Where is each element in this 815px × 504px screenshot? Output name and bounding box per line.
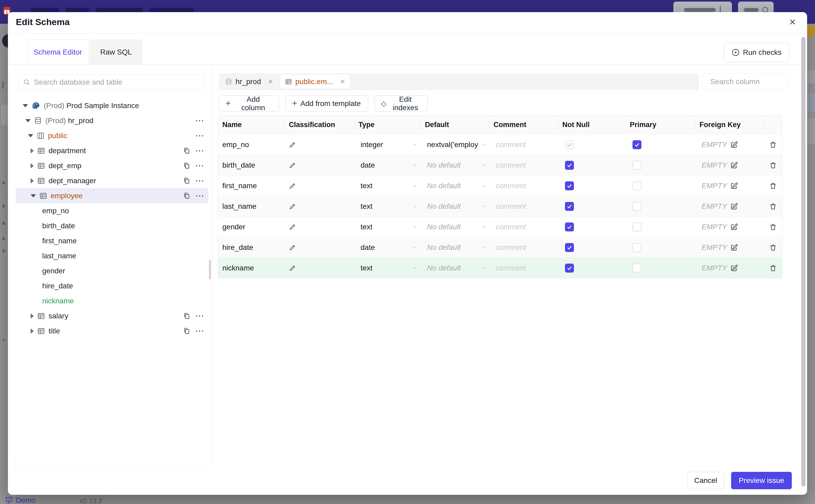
chevron-down-icon[interactable] [23,104,28,107]
not-null-checkbox[interactable] [565,181,574,190]
primary-checkbox[interactable] [633,222,642,231]
copy-icon[interactable] [183,147,190,154]
more-actions-icon[interactable]: ⋯ [195,329,205,333]
type-select[interactable]: text [354,258,421,278]
chevron-right-icon[interactable] [31,163,34,168]
tree-item-table-title[interactable]: title ⋯ [16,323,208,338]
column-search-input[interactable] [710,77,806,86]
comment-input[interactable] [496,182,556,190]
pencil-icon[interactable] [289,203,296,210]
column-name[interactable]: hire_date [218,237,284,258]
database-search[interactable] [18,74,204,90]
not-null-checkbox[interactable] [565,222,574,231]
default-select[interactable]: No default [421,155,489,175]
chevron-right-icon[interactable] [31,328,34,334]
sidebar-scrollbar[interactable] [209,260,211,279]
default-select[interactable]: No default [421,196,489,216]
preview-issue-button[interactable]: Preview issue [731,472,792,489]
more-actions-icon[interactable]: ⋯ [195,314,205,318]
not-null-checkbox[interactable] [565,264,574,273]
chevron-right-icon[interactable] [31,178,34,183]
tree-item-table-dept-manager[interactable]: dept_manager ⋯ [16,173,208,188]
tree-item-column-nickname[interactable]: nickname [16,293,208,308]
trash-icon[interactable] [769,264,777,272]
edit-foreign-key-icon[interactable] [730,161,738,169]
type-select[interactable]: text [354,196,421,216]
modal-scrollbar[interactable] [801,37,806,487]
pencil-icon[interactable] [289,182,296,190]
chevron-right-icon[interactable] [31,148,34,153]
comment-input[interactable] [496,161,556,169]
editor-tab-public-employee[interactable]: public.em... ✕ [280,75,350,89]
add-from-template-button[interactable]: + Add from template [285,95,368,112]
tab-raw-sql[interactable]: Raw SQL [89,40,143,65]
trash-icon[interactable] [769,223,777,231]
edit-foreign-key-icon[interactable] [730,202,738,210]
close-icon[interactable]: ✕ [789,18,796,26]
more-actions-icon[interactable]: ⋯ [195,149,205,153]
tree-item-table-salary[interactable]: salary ⋯ [16,308,208,323]
tree-item-column-hire-date[interactable]: hire_date [16,278,208,293]
copy-icon[interactable] [183,312,190,320]
default-select[interactable]: No default [421,176,489,196]
chevron-down-icon[interactable] [31,194,36,197]
tree-item-column-last-name[interactable]: last_name [16,248,208,263]
cancel-button[interactable]: Cancel [687,472,724,489]
copy-icon[interactable] [183,327,190,335]
not-null-checkbox[interactable] [565,140,574,149]
default-select[interactable]: No default [421,258,489,278]
copy-icon[interactable] [183,177,190,185]
more-actions-icon[interactable]: ⋯ [195,119,205,123]
comment-input[interactable] [496,264,556,272]
primary-checkbox[interactable] [633,140,642,149]
tree-item-schema-public[interactable]: public ⋯ [16,128,208,143]
tree-item-table-employee[interactable]: employee ⋯ [16,188,208,203]
pencil-icon[interactable] [289,141,296,148]
close-tab-icon[interactable]: ✕ [340,78,345,85]
comment-input[interactable] [496,223,556,231]
tab-schema-editor[interactable]: Schema Editor [27,40,89,65]
trash-icon[interactable] [769,161,777,169]
primary-checkbox[interactable] [633,161,642,170]
type-select[interactable]: integer [354,134,421,155]
column-name[interactable]: first_name [218,176,284,196]
not-null-checkbox[interactable] [565,161,574,170]
primary-checkbox[interactable] [633,202,642,211]
editor-tab-hr-prod[interactable]: hr_prod ✕ [220,75,278,89]
edit-foreign-key-icon[interactable] [730,182,738,190]
trash-icon[interactable] [769,141,777,149]
comment-input[interactable] [496,202,556,211]
tree-item-instance[interactable]: (Prod)Prod Sample Instance [16,98,208,113]
column-name[interactable]: gender [218,217,284,237]
edit-foreign-key-icon[interactable] [730,244,738,251]
not-null-checkbox[interactable] [565,243,574,252]
more-actions-icon[interactable]: ⋯ [195,134,205,138]
type-select[interactable]: text [354,176,421,196]
column-name[interactable]: nickname [218,258,284,278]
tree-item-column-birth-date[interactable]: birth_date [16,218,208,233]
copy-icon[interactable] [183,162,190,169]
trash-icon[interactable] [769,244,777,251]
type-select[interactable]: date [354,155,421,175]
trash-icon[interactable] [769,202,777,210]
tree-item-column-first-name[interactable]: first_name [16,233,208,248]
column-name[interactable]: birth_date [218,155,284,175]
comment-input[interactable] [496,140,556,149]
comment-input[interactable] [496,243,556,252]
edit-indexes-button[interactable]: ◇ Edit indexes [374,95,428,112]
default-select[interactable]: No default [421,237,489,258]
primary-checkbox[interactable] [633,243,642,252]
primary-checkbox[interactable] [633,181,642,190]
type-select[interactable]: date [354,237,421,258]
run-checks-button[interactable]: Run checks [724,43,789,62]
edit-foreign-key-icon[interactable] [730,264,738,272]
more-actions-icon[interactable]: ⋯ [195,194,205,198]
tree-item-database[interactable]: (Prod)hr_prod ⋯ [16,113,208,128]
panel-divider[interactable] [212,65,212,464]
primary-checkbox[interactable] [633,264,642,273]
type-select[interactable]: text [354,217,421,237]
pencil-icon[interactable] [289,223,296,231]
database-search-input[interactable] [34,78,200,86]
tree-item-column-gender[interactable]: gender [16,263,208,278]
chevron-down-icon[interactable] [25,119,31,122]
